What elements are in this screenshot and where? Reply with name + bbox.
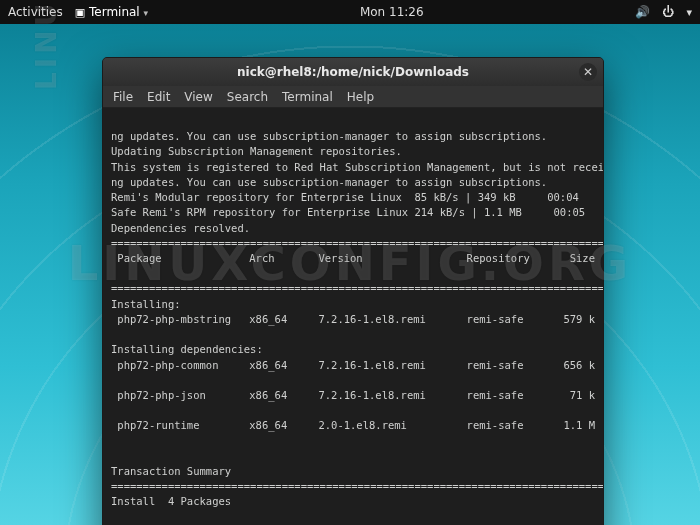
table-rule: ========================================… xyxy=(111,282,603,294)
window-titlebar[interactable]: nick@rhel8:/home/nick/Downloads ✕ xyxy=(103,58,603,86)
term-line: ng updates. You can use subscription-man… xyxy=(111,130,547,142)
table-row: php72-php-commonx86_647.2.16-1.el8.remir… xyxy=(111,358,595,373)
menu-help[interactable]: Help xyxy=(347,90,374,104)
menu-view[interactable]: View xyxy=(184,90,212,104)
table-rule: ========================================… xyxy=(111,480,603,492)
clock[interactable]: Mon 11:26 xyxy=(148,5,635,19)
menu-search[interactable]: Search xyxy=(227,90,268,104)
gnome-topbar: Activities ▣ Terminal Mon 11:26 🔊 ⏻ ▾ xyxy=(0,0,700,24)
table-header: PackageArchVersionRepositorySize xyxy=(111,251,595,266)
terminal-window: nick@rhel8:/home/nick/Downloads ✕ File E… xyxy=(102,57,604,525)
section-label: Installing dependencies: xyxy=(111,343,263,355)
terminal-output[interactable]: ng updates. You can use subscription-man… xyxy=(103,108,603,525)
table-rule: ========================================… xyxy=(111,237,603,249)
power-icon[interactable]: ⏻ xyxy=(662,5,674,19)
table-row: php72-php-jsonx86_647.2.16-1.el8.remirem… xyxy=(111,388,595,403)
install-count: Install 4 Packages xyxy=(111,495,231,507)
table-row: php72-runtimex86_642.0-1.el8.remiremi-sa… xyxy=(111,418,595,433)
volume-icon[interactable]: 🔊 xyxy=(635,5,650,19)
menu-edit[interactable]: Edit xyxy=(147,90,170,104)
menu-terminal[interactable]: Terminal xyxy=(282,90,333,104)
summary-header: Transaction Summary xyxy=(111,465,231,477)
term-line: Dependencies resolved. xyxy=(111,222,250,234)
window-title: nick@rhel8:/home/nick/Downloads xyxy=(237,65,469,79)
term-line: This system is registered to Red Hat Sub… xyxy=(111,161,603,173)
terminal-icon: ▣ xyxy=(75,6,85,19)
close-button[interactable]: ✕ xyxy=(579,63,597,81)
term-line: Remi's Modular repository for Enterprise… xyxy=(111,191,579,203)
app-indicator[interactable]: ▣ Terminal xyxy=(75,5,148,19)
section-label: Installing: xyxy=(111,298,181,310)
table-row: php72-php-mbstringx86_647.2.16-1.el8.rem… xyxy=(111,312,595,327)
term-line: ng updates. You can use subscription-man… xyxy=(111,176,547,188)
system-menu-chevron[interactable]: ▾ xyxy=(686,6,692,19)
activities-button[interactable]: Activities xyxy=(8,5,63,19)
term-line: Updating Subscription Management reposit… xyxy=(111,145,402,157)
close-icon: ✕ xyxy=(583,66,593,78)
menu-file[interactable]: File xyxy=(113,90,133,104)
menubar: File Edit View Search Terminal Help xyxy=(103,86,603,108)
term-line: Safe Remi's RPM repository for Enterpris… xyxy=(111,206,585,218)
